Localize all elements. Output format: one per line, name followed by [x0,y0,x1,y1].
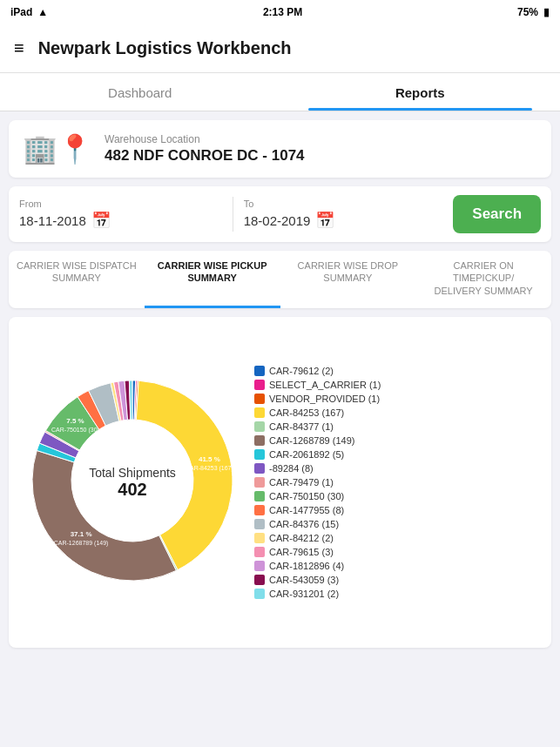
status-right: 75% ▮ [517,6,550,18]
legend-item: CAR-84212 (2) [254,533,541,543]
legend-label: CAR-84212 (2) [269,533,334,543]
legend-color-dot [254,421,265,432]
legend-item: CAR-750150 (30) [254,491,541,501]
from-calendar-icon[interactable]: 📅 [91,211,111,230]
legend-color-dot [254,394,265,404]
legend-label: CAR-750150 (30) [269,491,344,501]
legend-color-dot [254,547,265,557]
to-calendar-icon[interactable]: 📅 [315,211,334,230]
donut-chart: 41.5 %CAR-84253 (167)37.1 %CAR-1268789 (… [19,367,246,597]
legend-label: CAR-543059 (3) [269,575,339,585]
legend-item: CAR-79479 (1) [254,477,541,488]
date-filter-row: From 18-11-2018 📅 To 18-02-2019 📅 Search [9,186,551,242]
wifi-icon: ▲ [37,6,48,18]
legend-label: CAR-1477955 (8) [269,505,344,515]
warehouse-card: 🏢📍 Warehouse Location 482 NDF CONROE DC … [9,120,551,178]
legend-color-dot [254,561,265,571]
legend-item: CAR-79612 (2) [254,366,541,376]
legend-label: CAR-1268789 (149) [269,435,354,446]
legend-color-dot [254,519,265,529]
chart-legend: CAR-79612 (2)SELECT_A_CARRIER (1)VENDOR_… [254,366,541,599]
svg-text:CAR-84253 (167): CAR-84253 (167) [186,465,233,472]
app-header: ≡ Newpark Logistics Workbench [0,24,560,73]
status-left: iPad ▲ [10,6,48,18]
legend-label: CAR-2061892 (5) [269,449,344,460]
from-label: From [19,199,222,209]
svg-text:CAR-750150 (30): CAR-750150 (30) [51,427,99,434]
app-title: Newpark Logistics Workbench [38,38,292,58]
legend-color-dot [254,589,265,599]
ipad-label: iPad [10,6,32,18]
to-date-value[interactable]: 18-02-2019 [244,213,311,228]
warehouse-value: 482 NDF CONROE DC - 1074 [105,147,305,165]
tab-drop-summary[interactable]: CARRIER WISE DROPSUMMARY [280,251,416,308]
legend-item: VENDOR_PROVIDED (1) [254,394,541,404]
legend-item: SELECT_A_CARRIER (1) [254,380,541,390]
legend-item: CAR-1812896 (4) [254,561,541,571]
legend-item: CAR-79615 (3) [254,547,541,557]
legend-label: CAR-931201 (2) [269,589,339,599]
legend-item: CAR-1477955 (8) [254,505,541,515]
legend-color-dot [254,366,265,376]
legend-color-dot [254,380,265,390]
hamburger-menu-icon[interactable]: ≡ [14,38,24,58]
legend-label: CAR-84253 (167) [269,407,344,418]
legend-label: CAR-79612 (2) [269,366,334,376]
legend-color-dot [254,533,265,543]
legend-color-dot [254,435,265,446]
svg-text:7.5 %: 7.5 % [66,417,84,425]
battery-label: 75% [517,6,538,18]
battery-icon: ▮ [543,6,550,18]
legend-item: -89284 (8) [254,463,541,474]
status-time: 2:13 PM [263,6,302,18]
legend-item: CAR-84376 (15) [254,519,541,529]
warehouse-info: Warehouse Location 482 NDF CONROE DC - 1… [105,133,305,165]
legend-item: CAR-84253 (167) [254,407,541,418]
legend-label: VENDOR_PROVIDED (1) [269,394,380,404]
legend-color-dot [254,505,265,515]
svg-text:CAR-1268789 (149): CAR-1268789 (149) [54,540,109,547]
to-date-field: To 18-02-2019 📅 [244,199,447,230]
legend-item: CAR-543059 (3) [254,575,541,585]
legend-label: CAR-84377 (1) [269,421,334,432]
tab-dispatch-summary[interactable]: CARRIER WISE DISPATCHSUMMARY [9,251,145,308]
legend-color-dot [254,477,265,488]
tab-dashboard[interactable]: Dashboard [0,73,280,111]
tab-reports[interactable]: Reports [280,73,561,111]
to-label: To [244,199,447,209]
legend-item: CAR-1268789 (149) [254,435,541,446]
from-date-field: From 18-11-2018 📅 [19,199,222,230]
main-tab-bar: Dashboard Reports [0,73,560,111]
warehouse-icon: 🏢📍 [23,132,92,165]
search-button[interactable]: Search [453,195,541,233]
legend-label: CAR-79479 (1) [269,477,334,488]
date-divider [233,197,233,232]
legend-color-dot [254,491,265,501]
from-date-value[interactable]: 18-11-2018 [19,213,86,228]
legend-label: CAR-1812896 (4) [269,561,344,571]
legend-item: CAR-2061892 (5) [254,449,541,460]
legend-label: CAR-79615 (3) [269,547,334,557]
legend-label: CAR-84376 (15) [269,519,339,529]
svg-text:41.5 %: 41.5 % [199,455,220,463]
legend-label: SELECT_A_CARRIER (1) [269,380,381,390]
legend-color-dot [254,575,265,585]
legend-item: CAR-931201 (2) [254,589,541,599]
summary-tabs-bar: CARRIER WISE DISPATCHSUMMARY CARRIER WIS… [9,251,551,308]
legend-color-dot [254,407,265,418]
tab-ontime-summary[interactable]: CARRIER ONTIMEPICKUP/DELIVERY SUMMARY [415,251,551,308]
svg-text:37.1 %: 37.1 % [71,530,92,538]
tab-pickup-summary[interactable]: CARRIER WISE PICKUPSUMMARY [145,251,280,308]
chart-area: 41.5 %CAR-84253 (167)37.1 %CAR-1268789 (… [9,317,551,648]
status-bar: iPad ▲ 2:13 PM 75% ▮ [0,0,560,24]
legend-color-dot [254,449,265,460]
warehouse-label: Warehouse Location [105,133,305,145]
legend-color-dot [254,463,265,474]
legend-item: CAR-84377 (1) [254,421,541,432]
legend-label: -89284 (8) [269,463,314,474]
